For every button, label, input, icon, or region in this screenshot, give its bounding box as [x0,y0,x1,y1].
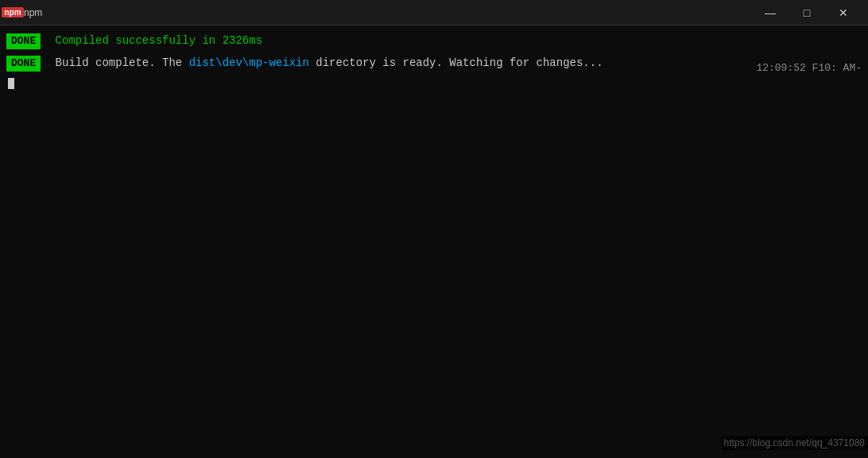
done-badge-1: DONE [6,33,41,49]
build-complete-suffix: directory is ready. Watching for changes… [309,56,603,72]
terminal-line-2: DONE Build complete. The dist\dev\mp-wei… [0,52,868,75]
terminal-line-1: DONE Compiled successfully in 2326ms [0,30,868,52]
minimize-button[interactable]: — [752,0,789,25]
title-bar-left: npm npm [6,6,42,19]
build-complete-prefix: Build complete. The [48,56,188,72]
window-controls: — □ ✕ [752,0,862,25]
title-bar: npm npm — □ ✕ [0,0,868,25]
done-badge-2: DONE [6,56,41,72]
build-path: dist\dev\mp-weixin [189,56,309,72]
cursor-line [0,75,868,92]
app-icon: npm [6,6,19,19]
timestamp: 12:09:52 F10: AM- [756,62,862,74]
npm-logo: npm [2,7,23,17]
restore-button[interactable]: □ [789,0,825,25]
window-title: npm [24,7,42,18]
compile-success-text: Compiled successfully in 2326ms [48,33,262,49]
terminal-window: DONE Compiled successfully in 2326ms 12:… [0,25,868,458]
close-button[interactable]: ✕ [825,0,862,25]
watermark: https://blog.csdn.net/qq_4371088 [721,436,868,450]
terminal-cursor [8,78,14,89]
